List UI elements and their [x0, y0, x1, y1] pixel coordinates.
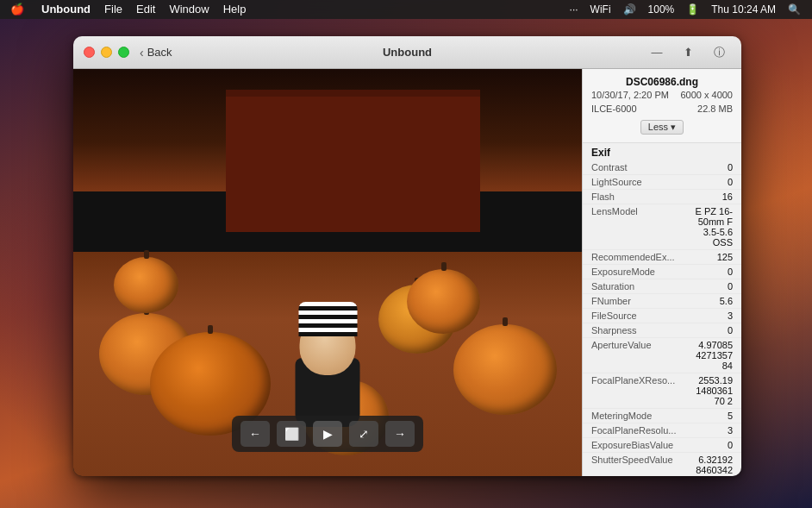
expand-button[interactable]: ⤢: [349, 421, 378, 447]
app-window: ‹ Back Unbound — ⬆ ⓘ: [73, 36, 741, 476]
apple-menu[interactable]: 🍎: [0, 0, 34, 19]
exif-row: Flash16: [583, 190, 741, 204]
exif-value: 3: [684, 309, 741, 323]
exif-key: RecommendedEx...: [583, 250, 684, 265]
baby-subject: [289, 315, 366, 427]
menu-window[interactable]: Window: [162, 0, 215, 19]
exif-row: ShutterSpeedValue6.32192846034214 6: [583, 453, 741, 477]
exif-title: Exif: [583, 143, 741, 160]
exif-key: ApertureValue: [583, 338, 684, 373]
clock: Thu 10:24 AM: [707, 3, 780, 16]
exif-row: LensModelE PZ 16-50mm F3.5-5.6 OSS: [583, 204, 741, 250]
minimize-button[interactable]: [101, 47, 112, 58]
filesize-label: 22.8 MB: [697, 103, 733, 114]
photo-area: ← ⬜ ▶ ⤢ →: [73, 69, 582, 476]
exif-key: Saturation: [583, 279, 684, 294]
exif-key: LightSource: [583, 175, 684, 190]
menu-extras: ···: [565, 3, 583, 16]
menu-edit[interactable]: Edit: [129, 0, 162, 19]
battery-icon: 🔋: [682, 3, 703, 16]
chevron-left-icon: ‹: [140, 46, 144, 60]
exif-row: ExposureBiasValue0: [583, 438, 741, 453]
back-button[interactable]: ‹ Back: [140, 46, 172, 60]
exif-key: FNumber: [583, 294, 684, 309]
exif-row: FileSource3: [583, 309, 741, 323]
baby-hat: [298, 302, 357, 336]
camera-filesize-row: ILCE-6000 22.8 MB: [591, 102, 733, 116]
prev-button[interactable]: ←: [240, 421, 270, 447]
window-title: Unbound: [383, 46, 432, 59]
exif-key: ExposureBiasValue: [583, 438, 684, 453]
less-button[interactable]: Less ▾: [640, 120, 684, 135]
date-dimensions-row: 10/30/17, 2:20 PM 6000 x 4000: [591, 88, 733, 102]
exif-row: Sharpness0: [583, 323, 741, 338]
titlebar-actions: — ⬆ ⓘ: [645, 45, 731, 60]
play-button[interactable]: ▶: [313, 421, 342, 447]
spotlight-icon: 🔍: [784, 3, 805, 16]
pumpkin-4: [453, 324, 557, 415]
exif-row: RecommendedEx...125: [583, 250, 741, 265]
exif-key: FocalPlaneXReso...: [583, 373, 684, 409]
exif-value: 0: [684, 323, 741, 338]
exif-table: Contrast0LightSource0Flash16LensModelE P…: [583, 160, 741, 476]
exif-key: FocalPlaneResolu...: [583, 423, 684, 438]
pumpkin-5: [114, 257, 178, 313]
exif-value: 0: [684, 175, 741, 190]
titlebar: ‹ Back Unbound — ⬆ ⓘ: [73, 36, 741, 69]
info-header: DSC06986.dng 10/30/17, 2:20 PM 6000 x 40…: [583, 69, 741, 143]
window-body: ← ⬜ ▶ ⤢ → DSC06986.dng 10/30/17, 2:20 PM…: [73, 69, 741, 476]
exif-row: MeteringMode5: [583, 409, 741, 423]
exif-value: 6.32192846034214 6: [684, 453, 741, 477]
exif-row: Saturation0: [583, 279, 741, 294]
exif-value: 0: [684, 160, 741, 175]
menubar: 🍎 Unbound File Edit Window Help ··· WiFi…: [0, 0, 812, 19]
photo-barn: [226, 90, 480, 232]
menu-help[interactable]: Help: [216, 0, 253, 19]
exif-row: FocalPlaneXReso...2553.19148036170 2: [583, 373, 741, 409]
app-menu-name[interactable]: Unbound: [34, 0, 97, 19]
back-label: Back: [147, 46, 172, 59]
exif-value: 5: [684, 409, 741, 423]
battery-percent: 100%: [644, 3, 679, 16]
exif-value: 3: [684, 423, 741, 438]
exif-value: 4.97085427135784: [684, 338, 741, 373]
exif-key: ExposureMode: [583, 265, 684, 279]
exif-row: ApertureValue4.97085427135784: [583, 338, 741, 373]
next-button[interactable]: →: [385, 421, 415, 447]
exif-key: LensModel: [583, 204, 684, 250]
exif-value: 16: [684, 190, 741, 204]
minimize-action-button[interactable]: —: [645, 45, 669, 60]
menu-file[interactable]: File: [97, 0, 129, 19]
exif-key: Flash: [583, 190, 684, 204]
exif-key: Contrast: [583, 160, 684, 175]
exif-key: Sharpness: [583, 323, 684, 338]
maximize-button[interactable]: [118, 47, 129, 58]
exif-value: 0: [684, 279, 741, 294]
exif-row: ExposureMode0: [583, 265, 741, 279]
exif-row: LightSource0: [583, 175, 741, 190]
exif-value: 0: [684, 265, 741, 279]
exif-key: ShutterSpeedValue: [583, 453, 684, 477]
tag-button[interactable]: ⬜: [277, 421, 306, 447]
playback-controls: ← ⬜ ▶ ⤢ →: [232, 416, 423, 452]
exif-value: 5.6: [684, 294, 741, 309]
exif-row: FocalPlaneResolu...3: [583, 423, 741, 438]
exif-key: MeteringMode: [583, 409, 684, 423]
date-label: 10/30/17, 2:20 PM: [591, 90, 669, 100]
exif-value: 125: [684, 250, 741, 265]
info-panel: DSC06986.dng 10/30/17, 2:20 PM 6000 x 40…: [582, 69, 741, 476]
baby-head: [300, 315, 356, 375]
close-button[interactable]: [84, 47, 95, 58]
info-button[interactable]: ⓘ: [707, 45, 731, 60]
exif-row: Contrast0: [583, 160, 741, 175]
share-button[interactable]: ⬆: [676, 45, 700, 60]
wifi-icon: WiFi: [586, 3, 615, 16]
exif-value: 2553.19148036170 2: [684, 373, 741, 409]
exif-value: 0: [684, 438, 741, 453]
camera-label: ILCE-6000: [591, 103, 637, 114]
pumpkin-6: [407, 269, 480, 334]
exif-value: E PZ 16-50mm F3.5-5.6 OSS: [684, 204, 741, 250]
volume-icon: 🔊: [619, 3, 640, 16]
dimensions-label: 6000 x 4000: [680, 90, 733, 100]
exif-row: FNumber5.6: [583, 294, 741, 309]
